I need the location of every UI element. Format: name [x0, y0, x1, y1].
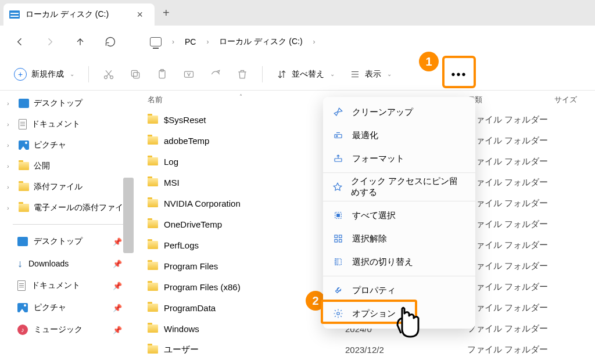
view-label: 表示 — [365, 69, 381, 80]
folder-icon — [148, 178, 158, 186]
file-name: Program Files — [164, 261, 218, 271]
sidebar-quick-item[interactable]: ↓ Downloads 📌 — [2, 253, 128, 275]
sidebar: › デスクトップ › ドキュメント › ピクチャ › 公開 › 添付ファイル ›… — [0, 91, 134, 364]
file-name: adobeTemp — [164, 136, 209, 146]
title-bar: ローカル ディスク (C:) × + — [0, 0, 595, 26]
select-none-icon — [332, 233, 344, 244]
cut-button[interactable] — [97, 64, 120, 85]
chevron-right-icon[interactable]: › — [7, 183, 14, 190]
chevron-right-icon: › — [206, 38, 209, 46]
menu-invert-selection[interactable]: 選択の切り替え — [323, 250, 475, 273]
sort-label: 並べ替え — [292, 69, 324, 80]
folder-icon — [148, 220, 158, 228]
sort-button[interactable]: 並べ替え ⌄ — [271, 64, 340, 85]
svg-rect-17 — [335, 259, 338, 265]
file-name: Program Files (x86) — [164, 282, 241, 292]
sidebar-item-label: ミュージック — [34, 325, 83, 335]
file-type: ファイル フォルダー — [467, 135, 554, 146]
copy-button[interactable] — [124, 64, 147, 85]
new-button[interactable]: + 新規作成 ⌄ — [8, 64, 80, 85]
menu-optimize[interactable]: 最適化 — [323, 124, 475, 147]
file-name: $SysReset — [164, 115, 206, 125]
sidebar-item-label: デスクトップ — [34, 98, 83, 109]
sidebar-quick-item[interactable]: デスクトップ 📌 — [2, 230, 128, 253]
view-button[interactable]: 表示 ⌄ — [344, 64, 397, 85]
sidebar-tree-item[interactable]: › ドキュメント — [2, 114, 128, 135]
new-tab-button[interactable]: + — [163, 6, 170, 20]
file-row[interactable]: ユーザー 2023/12/2 ファイル フォルダー — [148, 339, 595, 360]
paste-button[interactable] — [150, 64, 174, 85]
delete-button[interactable] — [231, 64, 254, 85]
file-type: ファイル フォルダー — [467, 302, 554, 313]
close-tab-icon[interactable]: × — [134, 9, 145, 21]
divider — [13, 224, 123, 225]
sidebar-quick-item[interactable]: ピクチャ 📌 — [2, 297, 128, 319]
menu-select-none[interactable]: 選択解除 — [323, 227, 475, 250]
scrollbar-thumb[interactable] — [123, 178, 134, 253]
sidebar-tree-item[interactable]: › 電子メールの添付ファイ — [2, 197, 128, 218]
pin-icon — [332, 182, 343, 192]
refresh-button[interactable] — [102, 34, 119, 50]
sidebar-item-label: Downloads — [28, 259, 69, 268]
document-icon — [19, 119, 27, 129]
sidebar-quick-item[interactable]: ♪ ミュージック 📌 — [2, 319, 128, 341]
column-type[interactable]: 種類 — [467, 95, 554, 105]
desktop-icon — [17, 237, 28, 246]
menu-format[interactable]: フォーマット — [323, 147, 475, 170]
wrench-icon — [332, 285, 344, 295]
chevron-right-icon[interactable]: › — [7, 163, 14, 170]
menu-pin-quick-access[interactable]: クイック アクセスにピン留めする — [323, 175, 475, 199]
sidebar-tree-item[interactable]: › ピクチャ — [2, 135, 128, 156]
sidebar-tree-item[interactable]: › 添付ファイル — [2, 176, 128, 197]
sidebar-tree-item[interactable]: › 公開 — [2, 156, 128, 176]
menu-select-all[interactable]: すべて選択 — [323, 204, 475, 227]
menu-cleanup[interactable]: クリーンアップ — [323, 100, 475, 124]
folder-icon — [148, 241, 158, 249]
file-type: ファイル フォルダー — [467, 323, 554, 334]
pin-icon: 📌 — [113, 282, 122, 290]
breadcrumb-pc[interactable]: PC — [185, 37, 196, 46]
sidebar-quick-item[interactable]: ドキュメント 📌 — [2, 275, 128, 297]
sidebar-item-label: デスクトップ — [34, 236, 83, 247]
file-type: ファイル フォルダー — [467, 240, 554, 251]
menu-divider — [323, 276, 475, 276]
sidebar-tree-item[interactable]: › デスクトップ — [2, 93, 128, 114]
pointer-cursor-icon — [390, 307, 425, 347]
drive-icon — [9, 10, 20, 19]
menu-properties[interactable]: プロパティ — [323, 279, 475, 302]
share-button[interactable] — [204, 64, 227, 85]
pictures-icon — [17, 303, 28, 312]
folder-icon — [148, 345, 158, 354]
chevron-right-icon[interactable]: › — [7, 204, 14, 211]
breadcrumb[interactable]: › PC › ローカル ディスク (C:) › — [150, 37, 316, 47]
rename-button[interactable] — [177, 64, 200, 85]
svg-rect-3 — [131, 70, 137, 76]
divider — [88, 66, 89, 82]
chevron-right-icon[interactable]: › — [7, 121, 14, 128]
back-button[interactable] — [12, 34, 28, 50]
sidebar-item-label: ピクチャ — [34, 140, 66, 150]
new-label: 新規作成 — [31, 69, 64, 80]
up-button[interactable] — [72, 34, 88, 50]
pin-icon: 📌 — [113, 237, 122, 246]
file-name: PerfLogs — [164, 240, 199, 250]
forward-button[interactable] — [42, 34, 58, 50]
broom-icon — [332, 107, 344, 117]
file-name: Windows — [164, 324, 199, 334]
optimize-icon — [332, 130, 344, 140]
svg-rect-13 — [339, 235, 342, 238]
breadcrumb-drive[interactable]: ローカル ディスク (C:) — [219, 37, 302, 47]
chevron-right-icon[interactable]: › — [7, 100, 14, 107]
tab-active[interactable]: ローカル ディスク (C:) × — [3, 3, 155, 26]
chevron-right-icon[interactable]: › — [7, 142, 14, 149]
plus-icon: + — [14, 68, 27, 81]
context-menu: クリーンアップ 最適化 フォーマット クイック アクセスにピン留めする すべて選… — [323, 97, 475, 329]
column-size[interactable]: サイズ — [554, 95, 589, 105]
column-name[interactable]: 名前˄ — [148, 95, 345, 105]
divider — [262, 66, 263, 82]
file-type: ファイル フォルダー — [467, 114, 554, 125]
toolbar: + 新規作成 ⌄ 並べ替え ⌄ 表示 ⌄ ••• — [0, 58, 595, 91]
sort-asc-icon: ˄ — [239, 93, 242, 100]
chevron-right-icon: › — [313, 38, 316, 46]
folder-icon — [148, 136, 158, 145]
